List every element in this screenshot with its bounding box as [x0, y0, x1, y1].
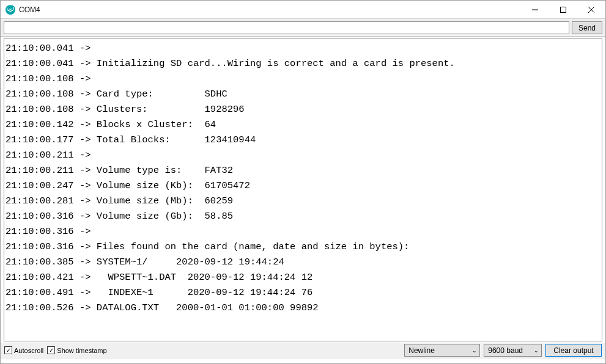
window-title: COM4	[19, 5, 40, 14]
chevron-down-icon: ⌄	[534, 348, 539, 354]
show-timestamp-label: Show timestamp	[57, 347, 106, 354]
baud-rate-value: 9600 baud	[488, 346, 523, 355]
checkbox-icon: ✓	[4, 346, 12, 354]
svg-rect-1	[561, 7, 566, 12]
send-button[interactable]: Send	[572, 21, 602, 34]
minimize-button[interactable]	[521, 1, 549, 19]
bottom-bar: ✓ Autoscroll ✓ Show timestamp Newline ⌄ …	[1, 343, 605, 359]
close-button[interactable]	[577, 1, 605, 19]
clear-output-button[interactable]: Clear output	[545, 344, 602, 357]
arduino-icon: ∞	[6, 5, 15, 15]
show-timestamp-checkbox[interactable]: ✓ Show timestamp	[47, 346, 106, 354]
serial-input[interactable]	[4, 21, 569, 34]
window-controls	[521, 1, 605, 19]
maximize-button[interactable]	[549, 1, 577, 19]
line-ending-select[interactable]: Newline ⌄	[404, 344, 480, 357]
chevron-down-icon: ⌄	[472, 348, 477, 354]
baud-rate-select[interactable]: 9600 baud ⌄	[484, 344, 542, 357]
serial-output[interactable]: 21:10:00.041 -> 21:10:00.041 -> Initiali…	[4, 38, 602, 341]
line-ending-value: Newline	[408, 346, 435, 355]
checkbox-icon: ✓	[47, 346, 55, 354]
titlebar: ∞ COM4	[1, 1, 605, 19]
autoscroll-label: Autoscroll	[14, 347, 43, 354]
input-row: Send	[1, 19, 605, 37]
autoscroll-checkbox[interactable]: ✓ Autoscroll	[4, 346, 43, 354]
